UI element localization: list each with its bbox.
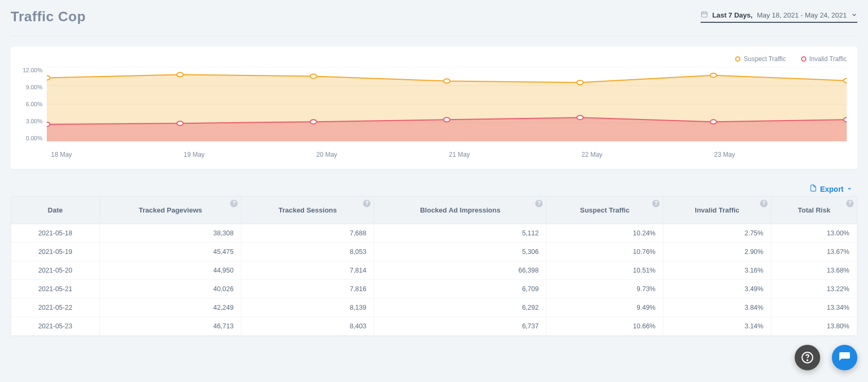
- cell-value: 10.24%: [546, 224, 663, 243]
- cell-value: 38,308: [99, 224, 241, 243]
- y-tick: 9.00%: [21, 84, 43, 90]
- cell-value: 2.90%: [663, 243, 771, 261]
- table-row: 2021-05-2140,0267,8166,7099.73%3.49%13.2…: [11, 280, 857, 299]
- traffic-table: DateTracked Pageviews?Tracked Sessions?B…: [11, 196, 857, 336]
- help-icon[interactable]: ?: [535, 200, 543, 207]
- cell-value: 6,737: [374, 317, 546, 336]
- svg-point-14: [710, 73, 717, 78]
- cell-value: 13.00%: [771, 224, 857, 243]
- svg-point-20: [577, 115, 583, 120]
- legend-dot-icon: [801, 56, 806, 62]
- legend-label: Suspect Traffic: [744, 55, 786, 63]
- svg-point-13: [577, 80, 583, 84]
- cell-value: 9.73%: [546, 280, 663, 299]
- cell-value: 13.68%: [771, 261, 857, 280]
- svg-point-19: [443, 117, 450, 122]
- column-label: Suspect Traffic: [580, 206, 629, 214]
- table-row: 2021-05-2044,9507,81466,39810.51%3.16%13…: [11, 261, 857, 280]
- svg-point-22: [844, 117, 847, 122]
- column-header[interactable]: Date: [11, 197, 99, 224]
- cell-value: 46,713: [99, 317, 241, 336]
- cell-date: 2021-05-20: [11, 261, 99, 280]
- column-label: Date: [48, 206, 63, 214]
- cell-value: 10.51%: [546, 261, 663, 280]
- x-tick: 19 May: [184, 151, 317, 158]
- cell-date: 2021-05-23: [11, 317, 99, 336]
- cell-value: 9.49%: [546, 299, 663, 317]
- date-range-label: Last 7 Days,: [712, 11, 753, 19]
- cell-value: 45,475: [99, 243, 241, 261]
- help-icon[interactable]: ?: [846, 200, 854, 207]
- cell-value: 40,026: [99, 280, 241, 299]
- cell-value: 13.67%: [771, 243, 857, 261]
- cell-value: 3.84%: [663, 299, 771, 317]
- x-tick: 21 May: [449, 151, 582, 158]
- table-row: 2021-05-2346,7138,4036,73710.66%3.14%13.…: [11, 317, 857, 336]
- date-range-picker[interactable]: Last 7 Days, May 18, 2021 - May 24, 2021: [701, 11, 857, 23]
- cell-value: 3.14%: [663, 317, 771, 336]
- table-row: 2021-05-1838,3087,6885,11210.24%2.75%13.…: [11, 224, 857, 243]
- cell-value: 7,816: [241, 280, 374, 299]
- chart-plot-area[interactable]: [47, 67, 847, 141]
- export-button[interactable]: Export: [810, 184, 852, 194]
- help-icon[interactable]: ?: [230, 200, 238, 207]
- column-label: Blocked Ad Impressions: [420, 206, 500, 214]
- column-header[interactable]: Total Risk?: [771, 197, 857, 224]
- chart-y-axis: 12.00% 9.00% 6.00% 3.00% 0.00%: [21, 67, 47, 141]
- svg-point-16: [47, 122, 50, 126]
- cell-value: 3.49%: [663, 280, 771, 299]
- svg-point-21: [710, 120, 717, 124]
- cell-value: 42,249: [99, 299, 241, 317]
- cell-date: 2021-05-18: [11, 224, 99, 243]
- cell-value: 44,950: [99, 261, 241, 280]
- help-icon[interactable]: ?: [363, 200, 370, 207]
- svg-point-10: [177, 72, 183, 77]
- cell-value: 7,688: [241, 224, 374, 243]
- column-header[interactable]: Suspect Traffic?: [546, 197, 663, 224]
- x-tick: 18 May: [51, 151, 184, 158]
- cell-value: 6,292: [374, 299, 546, 317]
- legend-suspect-traffic[interactable]: Suspect Traffic: [735, 55, 786, 63]
- page-title: Traffic Cop: [11, 9, 86, 25]
- cell-value: 5,306: [374, 243, 546, 261]
- svg-point-12: [443, 79, 450, 83]
- calendar-icon: [701, 11, 708, 20]
- legend-label: Invalid Traffic: [810, 55, 847, 63]
- x-tick: 23 May: [714, 151, 847, 158]
- svg-rect-0: [702, 12, 707, 17]
- x-tick: 22 May: [582, 151, 714, 158]
- table-row: 2021-05-1945,4758,0535,30610.76%2.90%13.…: [11, 243, 857, 261]
- column-label: Tracked Sessions: [279, 206, 337, 214]
- help-icon[interactable]: ?: [652, 200, 660, 207]
- cell-value: 13.80%: [771, 317, 857, 336]
- cell-value: 66,398: [374, 261, 546, 280]
- cell-value: 7,814: [241, 261, 374, 280]
- cell-value: 5,112: [374, 224, 546, 243]
- cell-value: 8,403: [241, 317, 374, 336]
- y-tick: 12.00%: [21, 67, 43, 73]
- column-header[interactable]: Tracked Pageviews?: [99, 197, 241, 224]
- export-label: Export: [820, 185, 844, 193]
- legend-invalid-traffic[interactable]: Invalid Traffic: [801, 55, 847, 63]
- column-header[interactable]: Invalid Traffic?: [663, 197, 771, 224]
- svg-point-18: [310, 120, 317, 124]
- column-header[interactable]: Tracked Sessions?: [241, 197, 374, 224]
- svg-point-17: [177, 121, 183, 125]
- cell-value: 6,709: [374, 280, 546, 299]
- cell-date: 2021-05-22: [11, 299, 99, 317]
- svg-point-9: [47, 76, 50, 80]
- chevron-down-icon: [847, 186, 852, 192]
- chart-x-axis: 18 May 19 May 20 May 21 May 22 May 23 Ma…: [51, 151, 847, 158]
- help-icon[interactable]: ?: [760, 200, 768, 207]
- y-tick: 0.00%: [21, 135, 43, 141]
- chevron-down-icon: [851, 11, 857, 20]
- cell-value: 3.16%: [663, 261, 771, 280]
- column-header[interactable]: Blocked Ad Impressions?: [374, 197, 546, 224]
- y-tick: 3.00%: [21, 118, 43, 124]
- cell-value: 10.76%: [546, 243, 663, 261]
- column-label: Invalid Traffic: [695, 206, 739, 214]
- svg-point-15: [844, 79, 847, 83]
- cell-value: 8,139: [241, 299, 374, 317]
- cell-date: 2021-05-21: [11, 280, 99, 299]
- y-tick: 6.00%: [21, 101, 43, 107]
